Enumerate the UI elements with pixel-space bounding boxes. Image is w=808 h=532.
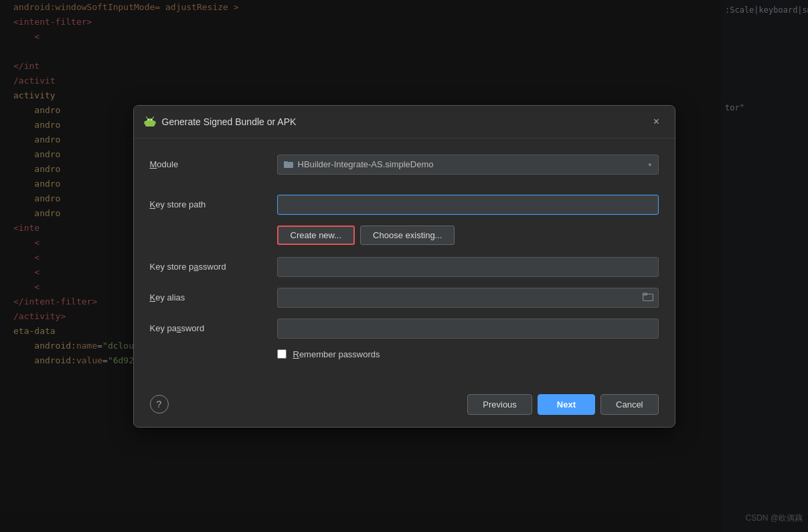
keystore-password-row: Key store password	[150, 257, 659, 277]
svg-line-5	[153, 117, 154, 118]
svg-rect-9	[284, 161, 288, 163]
dialog-footer: ? Previous Next Cancel	[134, 386, 675, 427]
generate-signed-dialog: Generate Signed Bundle or APK × Module H…	[133, 105, 675, 428]
cancel-button[interactable]: Cancel	[600, 394, 658, 415]
module-label: Module	[150, 159, 277, 169]
keystore-path-row: Key store path	[150, 195, 659, 215]
dialog-overlay: Generate Signed Bundle or APK × Module H…	[0, 0, 808, 532]
module-folder-icon	[283, 159, 294, 170]
key-password-input[interactable]	[277, 319, 659, 339]
close-button[interactable]: ×	[651, 116, 663, 128]
dialog-title: Generate Signed Bundle or APK	[162, 116, 651, 127]
svg-point-2	[147, 119, 149, 120]
module-row: Module HBuilder-Integrate-AS.simpleDemo …	[150, 155, 659, 175]
key-alias-label: Key alias	[150, 292, 277, 302]
dialog-header: Generate Signed Bundle or APK ×	[134, 106, 675, 139]
key-alias-wrapper	[277, 288, 659, 308]
key-alias-row: Key alias	[150, 288, 659, 308]
dropdown-arrow-icon: ▾	[647, 160, 652, 169]
svg-rect-7	[154, 121, 156, 124]
remember-passwords-checkbox[interactable]	[277, 349, 287, 359]
keystore-action-buttons: Create new... Choose existing...	[277, 226, 659, 245]
choose-existing-button[interactable]: Choose existing...	[360, 226, 455, 245]
keystore-password-label: Key store password	[150, 262, 277, 272]
key-alias-input[interactable]	[277, 288, 659, 308]
next-button[interactable]: Next	[538, 394, 595, 415]
keystore-path-input[interactable]	[277, 195, 659, 215]
android-icon	[143, 115, 157, 128]
module-dropdown[interactable]: HBuilder-Integrate-AS.simpleDemo ▾	[277, 155, 659, 175]
key-password-row: Key password	[150, 319, 659, 339]
help-button[interactable]: ?	[150, 395, 169, 414]
previous-button[interactable]: Previous	[467, 394, 532, 415]
remember-passwords-label[interactable]: Remember passwords	[293, 349, 380, 359]
create-new-button[interactable]: Create new...	[277, 226, 355, 245]
svg-rect-6	[144, 121, 146, 124]
keystore-path-label: Key store path	[150, 199, 277, 209]
remember-passwords-row: Remember passwords	[277, 349, 659, 359]
key-password-label: Key password	[150, 323, 277, 333]
svg-point-3	[151, 119, 152, 120]
dialog-body: Module HBuilder-Integrate-AS.simpleDemo …	[134, 139, 675, 386]
key-alias-folder-icon	[643, 292, 653, 303]
svg-line-4	[146, 117, 147, 118]
keystore-password-input[interactable]	[277, 257, 659, 277]
